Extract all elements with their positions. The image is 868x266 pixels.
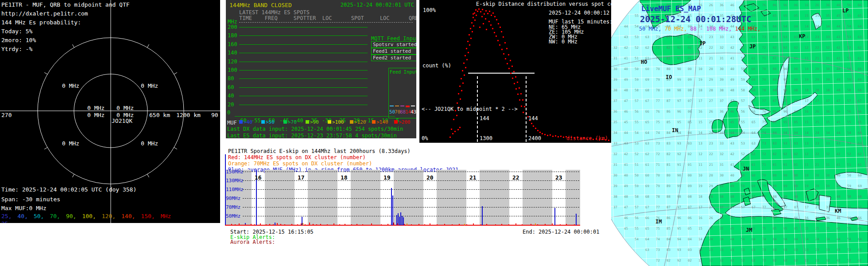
- svg-text:19: 19: [698, 78, 702, 82]
- spots-x-axis: [235, 116, 395, 117]
- svg-text:40: 40: [837, 173, 841, 177]
- svg-text:69: 69: [645, 78, 649, 82]
- spot-count-tick: [260, 223, 261, 225]
- radar-muf-inner-sw: 0 MHz: [87, 112, 105, 118]
- svg-text:22: 22: [815, 258, 819, 262]
- svg-text:59: 59: [847, 78, 851, 82]
- spot-count-tick: [486, 224, 487, 225]
- svg-text:11: 11: [698, 56, 702, 60]
- svg-text:14: 14: [805, 237, 809, 241]
- svg-text:78: 78: [762, 195, 767, 199]
- svg-text:36: 36: [826, 3, 830, 7]
- svg-text:41: 41: [730, 163, 734, 167]
- svg-text:61: 61: [858, 163, 862, 167]
- svg-text:10: 10: [698, 67, 703, 71]
- svg-text:62: 62: [858, 46, 862, 50]
- svg-text:23: 23: [709, 35, 713, 39]
- radar-scale-value: 150,: [141, 213, 155, 219]
- dist-marker1-dist: 1300: [480, 135, 492, 141]
- svg-text:02: 02: [688, 152, 692, 156]
- spot-count-tick: [277, 223, 278, 225]
- svg-text:56: 56: [847, 216, 852, 220]
- svg-text:31: 31: [826, 56, 830, 60]
- svg-text:44: 44: [624, 131, 628, 135]
- svg-text:75: 75: [656, 227, 660, 231]
- svg-text:30: 30: [720, 173, 724, 177]
- svg-text:63: 63: [645, 248, 649, 252]
- svg-text:92: 92: [677, 152, 681, 156]
- svg-text:88: 88: [773, 195, 777, 199]
- radar-scale-value: 50,: [34, 213, 44, 219]
- spot-count-tick: [388, 224, 388, 225]
- svg-text:75: 75: [762, 14, 766, 18]
- grid-field-label: JP: [749, 43, 756, 50]
- svg-text:81: 81: [666, 163, 670, 167]
- svg-text:99: 99: [783, 184, 787, 188]
- svg-text:14: 14: [698, 237, 703, 241]
- spot-count-tick: [444, 224, 445, 225]
- svg-text:55: 55: [847, 227, 851, 231]
- radar-panel: PE1ITR - MUF, QRB to midpoint and QTF ht…: [0, 0, 220, 223]
- svg-text:63: 63: [752, 248, 756, 252]
- svg-text:27: 27: [709, 205, 713, 209]
- svg-text:35: 35: [826, 120, 830, 124]
- svg-text:42: 42: [624, 46, 628, 50]
- spot-count-tick: [560, 224, 561, 225]
- svg-text:50: 50: [741, 173, 745, 177]
- spot-count-tick: [508, 224, 509, 225]
- svg-text:60: 60: [645, 173, 650, 177]
- svg-text:62: 62: [645, 46, 649, 50]
- svg-text:89: 89: [773, 78, 777, 82]
- spot-count-tick: [245, 224, 246, 225]
- svg-text:85: 85: [773, 227, 777, 231]
- svg-text:35: 35: [720, 120, 724, 124]
- svg-text:94: 94: [783, 24, 788, 28]
- svg-text:67: 67: [858, 205, 862, 209]
- svg-text:92: 92: [783, 258, 787, 262]
- svg-text:86: 86: [666, 110, 671, 113]
- svg-text:17: 17: [698, 99, 702, 103]
- svg-text:51: 51: [635, 56, 639, 60]
- svg-text:83: 83: [666, 35, 670, 39]
- svg-text:02: 02: [688, 46, 692, 50]
- day-band: [265, 170, 294, 225]
- svg-text:50: 50: [847, 67, 852, 71]
- svg-text:73: 73: [762, 35, 766, 39]
- svg-text:38: 38: [613, 195, 618, 199]
- dist-x-label: distance (km): [566, 135, 608, 141]
- svg-text:14: 14: [805, 131, 809, 135]
- muf-legend-swatch: [261, 120, 265, 124]
- svg-text:24: 24: [815, 24, 820, 28]
- muf-legend-value: >90: [310, 119, 319, 125]
- spot-count-tick: [345, 224, 345, 225]
- svg-text:33: 33: [720, 141, 724, 145]
- svg-text:34: 34: [826, 24, 830, 28]
- svg-text:06: 06: [688, 216, 692, 220]
- hist-gridline: [243, 180, 579, 181]
- spots-y-tick: 200: [228, 24, 237, 30]
- svg-text:59: 59: [635, 184, 639, 188]
- radar-muf-nw: 0 MHz: [62, 82, 79, 89]
- svg-text:66: 66: [752, 3, 756, 7]
- svg-text:78: 78: [762, 88, 767, 92]
- svg-text:39: 39: [720, 184, 724, 188]
- dist-marker2-freq: 144: [528, 115, 538, 121]
- svg-text:61: 61: [752, 163, 756, 167]
- spots-panel: 144MHz BAND CLOSED 2025-12-24 00:02:01 U…: [226, 0, 416, 138]
- svg-text:07: 07: [794, 99, 798, 103]
- spots-clock: 2025-12-24 00:02:01 UTC: [341, 2, 414, 8]
- svg-text:35: 35: [826, 227, 830, 231]
- svg-text:47: 47: [730, 99, 734, 103]
- svg-text:32: 32: [613, 46, 617, 50]
- hist-gridline: [243, 189, 579, 190]
- svg-text:06: 06: [794, 3, 798, 7]
- svg-text:53: 53: [635, 35, 639, 39]
- radar-scale-value: 70,: [50, 213, 60, 219]
- svg-text:56: 56: [741, 216, 745, 220]
- radar-url[interactable]: http://dxalert.pe1itr.com: [1, 10, 88, 17]
- svg-text:26: 26: [815, 216, 820, 220]
- svg-text:53: 53: [847, 141, 851, 145]
- distance-distribution-panel: E-skip Distance distribution versus spot…: [419, 0, 611, 143]
- feed-rate-dash: [395, 106, 399, 106]
- muf-spike: [402, 216, 403, 225]
